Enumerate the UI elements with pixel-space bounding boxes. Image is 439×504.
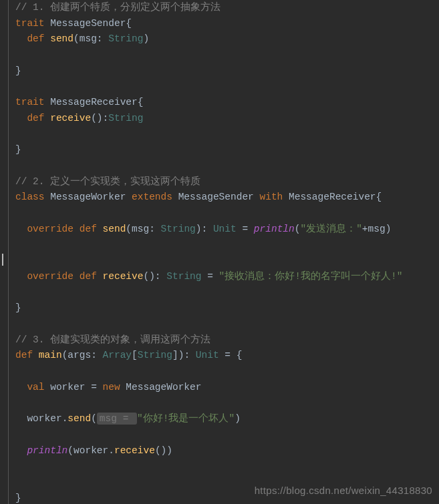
code-line[interactable]: println(worker.receive()) [15,443,439,459]
keyword-def: def [27,113,44,123]
code-line[interactable] [15,127,439,143]
type: Array [103,350,132,360]
sig: (): [91,113,108,123]
code-line[interactable] [15,316,439,332]
keyword-def: def [80,224,97,234]
code-line[interactable] [15,47,439,63]
keyword-def: def [27,33,44,44]
fn-call: println [254,224,295,234]
brace: } [15,65,21,76]
code-line[interactable]: // 3. 创建实现类的对象，调用这两个方法 [15,332,439,348]
code-line[interactable]: worker.send(msg = "你好!我是一个坏人") [15,411,439,427]
code-line[interactable] [15,206,439,222]
paren: ) [235,413,241,424]
code-line[interactable]: override def receive(): String = "接收消息：你… [15,269,439,285]
keyword-class: class [15,192,45,202]
type: Unit [196,350,219,360]
class-name: MessageWorker [50,192,126,202]
paren: ()) [155,445,172,456]
class-ref: MessageWorker [126,382,201,393]
expr: +msg) [362,224,392,234]
sig: ): [196,224,213,234]
fn-call: println [27,445,67,456]
code-line[interactable]: } [15,300,439,316]
bracket: [ [132,350,138,360]
keyword-def: def [15,350,33,360]
code-line[interactable]: val worker = new MessageWorker [15,380,439,396]
paren: ( [91,413,97,424]
type: String [161,224,196,234]
type: String [166,271,201,282]
code-line[interactable]: class MessageWorker extends MessageSende… [15,190,439,206]
string-literal: "你好!我是一个坏人" [137,413,235,424]
method-name: receive [50,113,91,123]
var-ref: worker [74,445,108,456]
method-call: receive [114,445,155,456]
code-line[interactable] [15,79,439,95]
brace: } [15,302,21,313]
method-name: send [50,33,74,44]
method-name: main [39,350,62,360]
code-line[interactable]: } [15,63,439,79]
code-line[interactable]: trait MessageSender{ [15,16,439,32]
eq: = [219,350,237,360]
code-line[interactable]: // 2. 定义一个实现类，实现这两个特质 [15,174,439,190]
code-line[interactable] [15,285,439,301]
code-line[interactable] [15,459,439,475]
cursor-indicator [2,254,3,266]
sig: ]): [172,350,196,360]
brace: } [15,144,21,155]
paren: ( [67,445,74,456]
sig: (): [143,271,166,282]
dot: . [108,445,114,456]
params: (msg: [126,224,160,234]
code-line[interactable] [15,158,439,174]
code-line[interactable]: } [15,142,439,158]
type: String [138,350,172,360]
brace: { [376,192,382,202]
code-line[interactable]: // 1. 创建两个特质，分别定义两个抽象方法 [15,0,439,16]
trait-name: MessageReceiver [50,97,138,107]
code-line[interactable] [15,427,439,443]
params: (msg: [74,33,108,44]
comment: // 3. 创建实现类的对象，调用这两个方法 [15,334,210,345]
paren: ) [143,33,149,44]
keyword-def: def [80,271,97,282]
keyword-trait: trait [15,97,45,107]
keyword-with: with [260,192,283,202]
param-hint: msg = [97,413,137,425]
keyword-override: override [27,271,74,282]
code-line[interactable] [15,364,439,380]
brace: { [126,18,132,29]
code-line[interactable] [15,238,439,254]
brace: { [138,97,144,107]
var-name: worker [50,382,85,393]
eq: = [202,271,219,282]
code-line[interactable]: override def send(msg: String): Unit = p… [15,222,439,238]
type: Unit [213,224,237,234]
code-line[interactable]: trait MessageReceiver{ [15,95,439,111]
watermark: https://blog.csdn.net/weixin_44318830 [255,483,432,499]
code-line[interactable] [15,253,439,269]
type-ref: MessageReceiver [289,192,376,202]
type: String [108,33,143,44]
keyword-trait: trait [15,18,45,29]
brace: } [15,493,21,503]
code-line[interactable] [15,396,439,412]
string-literal: "发送消息：" [300,224,361,234]
method-name: send [103,224,126,234]
type: String [108,113,143,123]
code-line[interactable]: def main(args: Array[String]): Unit = { [15,348,439,364]
var-ref: worker [27,413,61,424]
brace: { [237,350,243,360]
eq: = [237,224,254,234]
code-line[interactable]: def send(msg: String) [15,31,439,47]
code-editor[interactable]: // 1. 创建两个特质，分别定义两个抽象方法 trait MessageSen… [8,0,439,504]
keyword-override: override [27,224,74,234]
method-call: send [67,413,91,424]
keyword-extends: extends [132,192,172,202]
keyword-val: val [27,382,44,393]
comment: // 2. 定义一个实现类，实现这两个特质 [15,176,200,187]
code-line[interactable]: def receive():String [15,111,439,127]
comment: // 1. 创建两个特质，分别定义两个抽象方法 [15,2,221,13]
